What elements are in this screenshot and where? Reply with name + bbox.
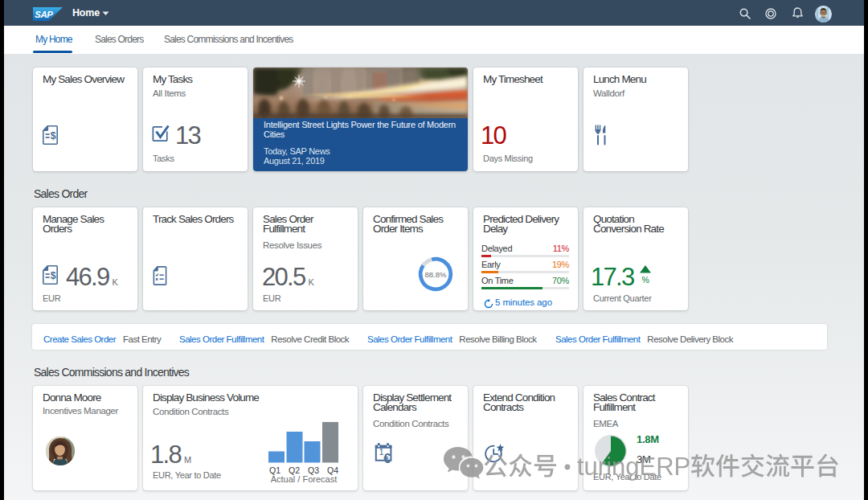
svg-text:turingERP: turingERP bbox=[577, 453, 690, 481]
